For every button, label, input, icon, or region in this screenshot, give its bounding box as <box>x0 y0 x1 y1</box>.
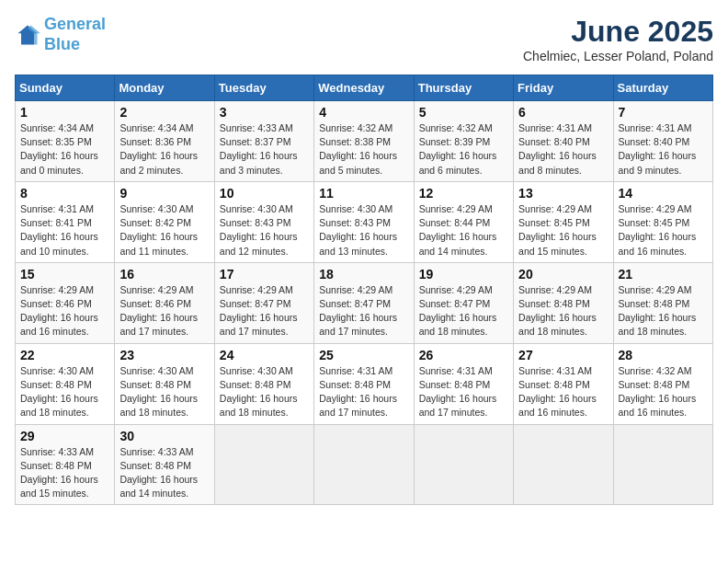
calendar-cell: 27Sunrise: 4:31 AM Sunset: 8:48 PM Dayli… <box>514 343 613 424</box>
calendar-cell: 15Sunrise: 4:29 AM Sunset: 8:46 PM Dayli… <box>16 262 115 343</box>
day-info: Sunrise: 4:29 AM Sunset: 8:47 PM Dayligh… <box>319 283 408 339</box>
calendar-cell: 12Sunrise: 4:29 AM Sunset: 8:44 PM Dayli… <box>414 181 513 262</box>
calendar-cell: 30Sunrise: 4:33 AM Sunset: 8:48 PM Dayli… <box>115 424 214 505</box>
calendar-cell <box>613 424 712 505</box>
day-info: Sunrise: 4:29 AM Sunset: 8:48 PM Dayligh… <box>619 283 708 339</box>
calendar-cell: 24Sunrise: 4:30 AM Sunset: 8:48 PM Dayli… <box>214 343 313 424</box>
calendar-cell: 2Sunrise: 4:34 AM Sunset: 8:36 PM Daylig… <box>115 101 214 182</box>
day-info: Sunrise: 4:32 AM Sunset: 8:48 PM Dayligh… <box>619 364 708 420</box>
day-number: 27 <box>518 348 608 362</box>
calendar-cell: 14Sunrise: 4:29 AM Sunset: 8:45 PM Dayli… <box>613 181 712 262</box>
calendar-week-row: 8Sunrise: 4:31 AM Sunset: 8:41 PM Daylig… <box>16 181 713 262</box>
month-title: June 2025 <box>523 15 713 49</box>
calendar-week-row: 22Sunrise: 4:30 AM Sunset: 8:48 PM Dayli… <box>16 343 713 424</box>
day-info: Sunrise: 4:33 AM Sunset: 8:37 PM Dayligh… <box>220 121 309 178</box>
calendar-cell: 6Sunrise: 4:31 AM Sunset: 8:40 PM Daylig… <box>514 101 613 182</box>
calendar-cell: 19Sunrise: 4:29 AM Sunset: 8:47 PM Dayli… <box>414 262 513 343</box>
weekday-header: Friday <box>514 75 613 101</box>
weekday-header: Sunday <box>16 75 115 101</box>
calendar-cell: 22Sunrise: 4:30 AM Sunset: 8:48 PM Dayli… <box>16 343 115 424</box>
day-info: Sunrise: 4:30 AM Sunset: 8:48 PM Dayligh… <box>220 364 309 420</box>
day-number: 13 <box>518 186 608 201</box>
day-info: Sunrise: 4:31 AM Sunset: 8:48 PM Dayligh… <box>419 364 508 420</box>
day-info: Sunrise: 4:29 AM Sunset: 8:47 PM Dayligh… <box>419 283 508 339</box>
day-info: Sunrise: 4:31 AM Sunset: 8:48 PM Dayligh… <box>518 364 608 420</box>
day-number: 23 <box>119 348 209 362</box>
day-number: 21 <box>619 267 708 282</box>
weekday-header: Monday <box>115 75 214 101</box>
day-number: 25 <box>319 348 408 362</box>
day-info: Sunrise: 4:34 AM Sunset: 8:36 PM Dayligh… <box>119 121 209 178</box>
day-info: Sunrise: 4:29 AM Sunset: 8:47 PM Dayligh… <box>220 283 309 339</box>
day-number: 14 <box>619 186 708 201</box>
weekday-header-row: SundayMondayTuesdayWednesdayThursdayFrid… <box>16 75 713 101</box>
day-number: 29 <box>20 429 109 443</box>
calendar-cell: 18Sunrise: 4:29 AM Sunset: 8:47 PM Dayli… <box>314 262 414 343</box>
weekday-header: Tuesday <box>214 75 313 101</box>
day-info: Sunrise: 4:32 AM Sunset: 8:38 PM Dayligh… <box>319 121 408 178</box>
day-number: 2 <box>119 105 209 120</box>
calendar-cell: 16Sunrise: 4:29 AM Sunset: 8:46 PM Dayli… <box>115 262 214 343</box>
calendar-cell: 26Sunrise: 4:31 AM Sunset: 8:48 PM Dayli… <box>414 343 513 424</box>
day-number: 7 <box>619 105 708 120</box>
day-number: 26 <box>419 348 508 362</box>
calendar-cell <box>514 424 613 505</box>
day-number: 12 <box>419 186 508 201</box>
day-number: 1 <box>20 105 109 120</box>
calendar-cell: 11Sunrise: 4:30 AM Sunset: 8:43 PM Dayli… <box>314 181 414 262</box>
day-info: Sunrise: 4:30 AM Sunset: 8:48 PM Dayligh… <box>119 364 209 420</box>
day-info: Sunrise: 4:31 AM Sunset: 8:41 PM Dayligh… <box>20 202 109 259</box>
day-info: Sunrise: 4:32 AM Sunset: 8:39 PM Dayligh… <box>419 121 508 178</box>
day-info: Sunrise: 4:31 AM Sunset: 8:48 PM Dayligh… <box>319 364 408 420</box>
calendar-cell <box>314 424 414 505</box>
day-info: Sunrise: 4:30 AM Sunset: 8:43 PM Dayligh… <box>319 202 408 259</box>
calendar-cell: 29Sunrise: 4:33 AM Sunset: 8:48 PM Dayli… <box>16 424 115 505</box>
day-info: Sunrise: 4:34 AM Sunset: 8:35 PM Dayligh… <box>20 121 109 178</box>
day-number: 30 <box>119 429 209 443</box>
calendar-cell: 13Sunrise: 4:29 AM Sunset: 8:45 PM Dayli… <box>514 181 613 262</box>
calendar-cell: 3Sunrise: 4:33 AM Sunset: 8:37 PM Daylig… <box>214 101 313 182</box>
calendar-table: SundayMondayTuesdayWednesdayThursdayFrid… <box>15 75 713 505</box>
calendar-cell: 10Sunrise: 4:30 AM Sunset: 8:43 PM Dayli… <box>214 181 313 262</box>
day-number: 8 <box>20 186 109 201</box>
calendar-cell <box>414 424 513 505</box>
day-number: 18 <box>319 267 408 282</box>
title-block: June 2025 Chelmiec, Lesser Poland, Polan… <box>523 15 713 63</box>
calendar-cell: 8Sunrise: 4:31 AM Sunset: 8:41 PM Daylig… <box>16 181 115 262</box>
calendar-cell <box>214 424 313 505</box>
day-number: 10 <box>220 186 309 201</box>
calendar-cell: 20Sunrise: 4:29 AM Sunset: 8:48 PM Dayli… <box>514 262 613 343</box>
day-info: Sunrise: 4:30 AM Sunset: 8:43 PM Dayligh… <box>220 202 309 259</box>
calendar-cell: 9Sunrise: 4:30 AM Sunset: 8:42 PM Daylig… <box>115 181 214 262</box>
day-info: Sunrise: 4:29 AM Sunset: 8:48 PM Dayligh… <box>518 283 608 339</box>
weekday-header: Saturday <box>613 75 712 101</box>
day-info: Sunrise: 4:33 AM Sunset: 8:48 PM Dayligh… <box>20 445 109 501</box>
day-number: 15 <box>20 267 109 282</box>
day-number: 19 <box>419 267 508 282</box>
calendar-cell: 28Sunrise: 4:32 AM Sunset: 8:48 PM Dayli… <box>613 343 712 424</box>
day-info: Sunrise: 4:29 AM Sunset: 8:45 PM Dayligh… <box>619 202 708 259</box>
day-number: 28 <box>619 348 708 362</box>
calendar-cell: 21Sunrise: 4:29 AM Sunset: 8:48 PM Dayli… <box>613 262 712 343</box>
logo: General Blue <box>15 15 106 54</box>
day-info: Sunrise: 4:29 AM Sunset: 8:46 PM Dayligh… <box>20 283 109 339</box>
logo-text: General Blue <box>44 15 106 54</box>
day-info: Sunrise: 4:29 AM Sunset: 8:44 PM Dayligh… <box>419 202 508 259</box>
calendar-week-row: 29Sunrise: 4:33 AM Sunset: 8:48 PM Dayli… <box>16 424 713 505</box>
calendar-cell: 7Sunrise: 4:31 AM Sunset: 8:40 PM Daylig… <box>613 101 712 182</box>
day-info: Sunrise: 4:31 AM Sunset: 8:40 PM Dayligh… <box>518 121 608 178</box>
location-subtitle: Chelmiec, Lesser Poland, Poland <box>523 49 713 63</box>
day-number: 6 <box>518 105 608 120</box>
day-number: 5 <box>419 105 508 120</box>
day-info: Sunrise: 4:29 AM Sunset: 8:46 PM Dayligh… <box>119 283 209 339</box>
logo-icon <box>15 22 40 48</box>
day-number: 9 <box>119 186 209 201</box>
day-info: Sunrise: 4:33 AM Sunset: 8:48 PM Dayligh… <box>119 445 209 501</box>
day-number: 4 <box>319 105 408 120</box>
day-info: Sunrise: 4:30 AM Sunset: 8:48 PM Dayligh… <box>20 364 109 420</box>
calendar-cell: 17Sunrise: 4:29 AM Sunset: 8:47 PM Dayli… <box>214 262 313 343</box>
weekday-header: Wednesday <box>314 75 414 101</box>
calendar-cell: 1Sunrise: 4:34 AM Sunset: 8:35 PM Daylig… <box>16 101 115 182</box>
calendar-week-row: 1Sunrise: 4:34 AM Sunset: 8:35 PM Daylig… <box>16 101 713 182</box>
calendar-cell: 23Sunrise: 4:30 AM Sunset: 8:48 PM Dayli… <box>115 343 214 424</box>
